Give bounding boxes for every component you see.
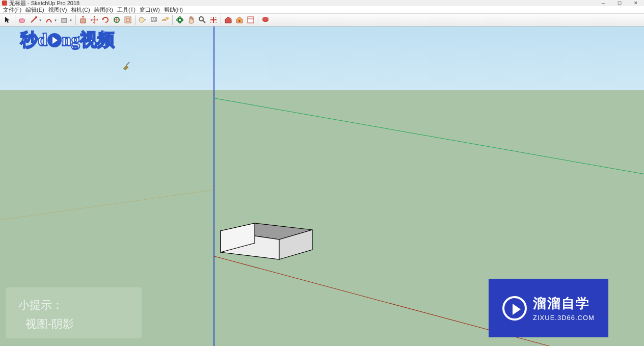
title-bar: 无标题 - SketchUp Pro 2018 ─ ☐ ✕ (0, 0, 644, 6)
menu-draw[interactable]: 绘图(R) (92, 6, 115, 14)
hint-line1: 小提示： (18, 296, 129, 314)
svg-point-10 (166, 17, 169, 20)
axis-z (213, 26, 214, 346)
svg-rect-5 (125, 17, 131, 23)
svg-point-11 (177, 18, 183, 21)
menu-window[interactable]: 窗口(W) (138, 6, 162, 14)
brand-url: ZIXUE.3D66.COM (533, 314, 595, 322)
svg-point-14 (238, 20, 240, 22)
menu-camera[interactable]: 相机(C) (69, 6, 92, 14)
toolbar: A1 (0, 14, 644, 26)
close-button[interactable]: ✕ (628, 0, 644, 6)
warehouse-icon[interactable] (223, 15, 233, 25)
maximize-button[interactable]: ☐ (611, 0, 628, 6)
app-icon (2, 1, 7, 6)
brand-play-icon (502, 296, 527, 321)
hint-overlay: 小提示： 视图-阴影 (6, 287, 142, 338)
minimize-button[interactable]: ─ (595, 0, 611, 6)
paint-cursor-icon (122, 61, 131, 70)
scale-tool-icon[interactable] (112, 15, 122, 25)
menu-file[interactable]: 文件(F) (1, 6, 23, 14)
brand-overlay: 溜溜自学 ZIXUE.3D66.COM (489, 279, 608, 337)
menu-bar: 文件(F) 编辑(E) 视图(V) 相机(C) 绘图(R) 工具(T) 窗口(W… (0, 6, 644, 14)
advanced-tool-icon[interactable] (260, 15, 271, 25)
window-controls: ─ ☐ ✕ (595, 0, 644, 6)
menu-edit[interactable]: 编辑(E) (23, 6, 46, 14)
menu-tools[interactable]: 工具(T) (115, 6, 138, 14)
svg-rect-3 (81, 19, 86, 23)
svg-point-12 (178, 17, 181, 23)
text-tool-icon[interactable] (160, 15, 170, 25)
eraser-tool-icon[interactable] (17, 15, 28, 25)
svg-rect-0 (19, 19, 24, 22)
line-tool-icon[interactable] (29, 15, 39, 25)
zoom-extents-tool-icon[interactable] (208, 15, 219, 25)
ext-warehouse-icon[interactable] (234, 15, 245, 25)
svg-rect-2 (62, 18, 67, 22)
select-tool-icon[interactable] (3, 15, 13, 25)
arc-tool-icon[interactable] (44, 15, 54, 25)
dimension-tool-icon[interactable]: A1 (149, 15, 159, 25)
window-title: 无标题 - SketchUp Pro 2018 (9, 0, 79, 7)
watermark-text-right: ng视频 (62, 30, 115, 49)
move-tool-icon[interactable] (89, 15, 99, 25)
menu-view[interactable]: 视图(V) (46, 6, 69, 14)
watermark-text-left: 秒d (20, 30, 47, 49)
viewport[interactable]: 秒dng视频 小提示： 视图-阴影 溜溜自学 ZIXUE.3D66.COM (0, 26, 644, 346)
brand-title: 溜溜自学 (533, 295, 590, 312)
layout-icon[interactable] (246, 15, 256, 25)
pan-tool-icon[interactable] (186, 15, 196, 25)
svg-point-7 (139, 17, 144, 22)
menu-help[interactable]: 帮助(H) (162, 6, 185, 14)
rotate-tool-icon[interactable] (100, 15, 111, 25)
offset-tool-icon[interactable] (123, 15, 133, 25)
hint-line2: 视图-阴影 (18, 314, 129, 333)
model-box[interactable] (219, 206, 316, 260)
svg-point-13 (199, 17, 203, 21)
svg-text:A1: A1 (152, 18, 157, 21)
watermark-logo: 秒dng视频 (20, 28, 115, 51)
shape-tool-icon[interactable] (59, 15, 69, 25)
svg-point-17 (262, 17, 269, 21)
zoom-tool-icon[interactable] (197, 15, 207, 25)
svg-point-1 (35, 16, 37, 18)
pushpull-tool-icon[interactable] (78, 15, 88, 25)
svg-rect-15 (248, 17, 254, 23)
tape-tool-icon[interactable] (138, 15, 148, 25)
play-circle-icon (47, 33, 62, 47)
orbit-tool-icon[interactable] (175, 15, 185, 25)
